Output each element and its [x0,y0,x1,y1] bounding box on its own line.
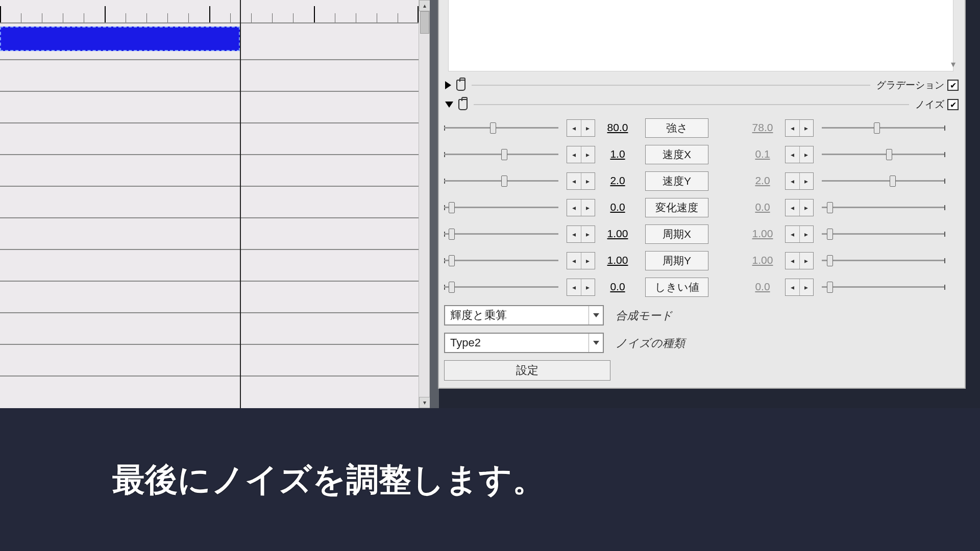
value-periodx-right[interactable]: 1.00 [746,228,779,240]
chevron-right-icon[interactable]: ▸ [581,279,595,295]
chevron-down-icon[interactable] [589,306,603,324]
chevron-right-icon[interactable]: ▸ [581,120,595,136]
section-noise[interactable]: ノイズ ✔ [445,95,959,114]
chevron-left-icon[interactable]: ◂ [567,146,581,163]
label-periody[interactable]: 周期Y [645,251,708,270]
stepper-speedy-right[interactable]: ◂▸ [785,172,814,190]
value-speedx-right[interactable]: 0.1 [746,148,779,160]
value-strength-right[interactable]: 78.0 [746,121,779,134]
value-periody-right[interactable]: 1.00 [746,254,779,266]
stepper-speedx-left[interactable]: ◂▸ [567,146,595,163]
stepper-periodx-left[interactable]: ◂▸ [567,226,595,243]
chevron-right-icon[interactable]: ▸ [800,253,814,269]
label-chgspeed[interactable]: 変化速度 [645,198,708,217]
track-row[interactable] [0,313,419,345]
track-row[interactable] [0,282,419,313]
slider-periody-right[interactable] [822,255,945,266]
track-row[interactable] [0,345,419,377]
stepper-periody-left[interactable]: ◂▸ [567,252,595,269]
chevron-left-icon[interactable]: ◂ [567,253,581,269]
chevron-right-icon[interactable]: ▸ [800,146,814,163]
stepper-periody-right[interactable]: ◂▸ [785,252,814,269]
slider-threshold-right[interactable] [822,282,945,293]
label-strength[interactable]: 強さ [645,118,708,138]
stepper-strength-right[interactable]: ◂▸ [785,119,814,137]
scroll-thumb[interactable] [420,11,429,34]
expand-down-icon[interactable] [445,102,453,108]
stepper-chgspeed-left[interactable]: ◂▸ [567,199,595,216]
slider-threshold-left[interactable] [444,282,558,293]
chevron-right-icon[interactable]: ▸ [800,173,814,189]
chevron-left-icon[interactable]: ◂ [786,279,800,295]
value-strength-left[interactable]: 80.0 [601,121,634,134]
value-speedy-right[interactable]: 2.0 [746,174,779,187]
chevron-left-icon[interactable]: ◂ [567,226,581,242]
value-speedy-left[interactable]: 2.0 [601,174,634,187]
stepper-chgspeed-right[interactable]: ◂▸ [785,199,814,216]
chevron-left-icon[interactable]: ◂ [786,226,800,242]
label-speedx[interactable]: 速度X [645,145,708,164]
chevron-left-icon[interactable]: ◂ [786,253,800,269]
timeline-vertical-scrollbar[interactable]: ▴ ▾ [419,0,430,408]
stepper-threshold-right[interactable]: ◂▸ [785,279,814,296]
chevron-right-icon[interactable]: ▸ [581,253,595,269]
stepper-strength-left[interactable]: ◂▸ [567,119,595,137]
stepper-periodx-right[interactable]: ◂▸ [785,226,814,243]
lock-icon[interactable] [456,80,465,91]
stepper-speedy-left[interactable]: ◂▸ [567,172,595,190]
value-threshold-left[interactable]: 0.0 [601,281,634,293]
slider-speedx-right[interactable] [822,149,945,160]
track-row[interactable] [0,218,419,250]
blend-mode-dropdown[interactable]: 輝度と乗算 [444,305,604,325]
chevron-right-icon[interactable]: ▸ [581,226,595,242]
noise-type-dropdown[interactable]: Type2 [444,333,604,353]
chevron-right-icon[interactable]: ▸ [581,146,595,163]
slider-strength-right[interactable] [822,122,945,134]
label-threshold[interactable]: しきい値 [645,278,708,297]
lock-icon[interactable] [458,99,468,110]
value-chgspeed-right[interactable]: 0.0 [746,201,779,213]
value-periody-left[interactable]: 1.00 [601,254,634,266]
timeline-clip[interactable] [0,27,240,51]
scroll-up-icon[interactable]: ▴ [419,0,430,11]
chevron-left-icon[interactable]: ◂ [786,120,800,136]
chevron-left-icon[interactable]: ◂ [786,199,800,216]
chevron-right-icon[interactable]: ▸ [581,199,595,216]
slider-strength-left[interactable] [444,122,558,134]
label-speedy[interactable]: 速度Y [645,171,708,191]
value-chgspeed-left[interactable]: 0.0 [601,201,634,213]
value-speedx-left[interactable]: 1.0 [601,148,634,160]
time-ruler[interactable]: :10.83 00:00:13.00 00:00:15.16 00:00:17.… [0,0,419,22]
track-row[interactable] [0,187,419,218]
stepper-threshold-left[interactable]: ◂▸ [567,279,595,296]
slider-chgspeed-right[interactable] [822,202,945,213]
track-row[interactable] [0,22,419,60]
chevron-right-icon[interactable]: ▸ [800,226,814,242]
slider-periody-left[interactable] [444,255,558,266]
slider-speedx-left[interactable] [444,149,558,160]
track-row[interactable] [0,92,419,123]
slider-chgspeed-left[interactable] [444,202,558,213]
stepper-speedx-right[interactable]: ◂▸ [785,146,814,163]
chevron-left-icon[interactable]: ◂ [567,173,581,189]
value-threshold-right[interactable]: 0.0 [746,281,779,293]
chevron-right-icon[interactable]: ▸ [800,279,814,295]
timeline-tracks[interactable] [0,22,419,408]
slider-speedy-right[interactable] [822,176,945,187]
track-row[interactable] [0,60,419,92]
expand-right-icon[interactable] [445,81,451,89]
section-gradation[interactable]: グラデーション ✔ [445,76,959,95]
track-row[interactable] [0,155,419,187]
section-noise-checkbox[interactable]: ✔ [947,99,959,110]
slider-periodx-left[interactable] [444,229,558,240]
chevron-left-icon[interactable]: ◂ [567,279,581,295]
chevron-right-icon[interactable]: ▸ [800,199,814,216]
track-row[interactable] [0,123,419,155]
chevron-left-icon[interactable]: ◂ [786,146,800,163]
label-periodx[interactable]: 周期X [645,224,708,244]
chevron-left-icon[interactable]: ◂ [567,120,581,136]
slider-speedy-left[interactable] [444,176,558,187]
value-periodx-left[interactable]: 1.00 [601,228,634,240]
section-gradation-checkbox[interactable]: ✔ [947,80,959,91]
scroll-down-icon[interactable]: ▾ [419,397,430,408]
